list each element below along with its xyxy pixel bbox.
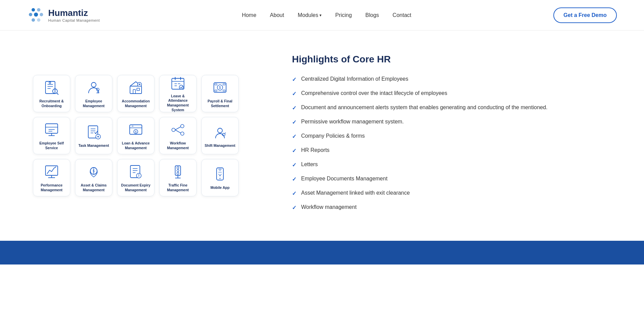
svg-point-6 [37, 18, 40, 22]
module-payroll[interactable]: $ Payroll & Final Settlement [201, 75, 239, 112]
check-icon: ✓ [292, 118, 296, 126]
navbar: Humantiz Human Capital Management Home A… [0, 0, 644, 31]
svg-point-62 [218, 128, 222, 133]
svg-point-13 [49, 82, 51, 84]
logo-text: Humantiz Human Capital Management [48, 8, 100, 22]
logo-icon [27, 6, 45, 24]
module-workflow[interactable]: Workflow Management [159, 117, 197, 154]
payroll-label: Payroll & Final Settlement [204, 99, 236, 108]
leave-label: Leave & Attendance Management System [162, 94, 194, 113]
payroll-icon: $ [211, 79, 228, 96]
highlight-item: ✓Company Policies & forms [292, 132, 617, 141]
check-icon: ✓ [292, 161, 296, 169]
check-icon: ✓ [292, 90, 296, 98]
document-expiry-icon [127, 163, 144, 180]
self-service-icon [43, 121, 60, 138]
workflow-label: Workflow Management [162, 141, 194, 150]
highlight-item: ✓Employee Documents Management [292, 175, 617, 183]
svg-rect-78 [175, 166, 181, 175]
modules-grid: Recruitment & Onboarding Employee Manage… [33, 75, 239, 196]
highlight-text: Asset Management linked with exit cleara… [301, 189, 410, 197]
check-icon: ✓ [292, 204, 296, 212]
module-accommodation[interactable]: Accommodation Management [117, 75, 154, 112]
svg-point-58 [181, 124, 184, 128]
module-leave[interactable]: Leave & Attendance Management System [159, 75, 197, 112]
task-label: Task Management [78, 143, 109, 148]
nav-pricing[interactable]: Pricing [335, 12, 352, 18]
check-icon: ✓ [292, 147, 296, 155]
highlight-text: Document and announcement alerts system … [301, 103, 548, 112]
shift-icon [211, 124, 228, 141]
nav-modules[interactable]: Modules ▾ [298, 12, 321, 18]
svg-rect-20 [137, 88, 140, 91]
svg-point-0 [32, 8, 35, 12]
recruitment-label: Recruitment & Onboarding [35, 99, 68, 108]
svg-rect-39 [45, 124, 58, 133]
right-panel: Highlights of Core HR ✓Centralized Digit… [272, 31, 644, 241]
highlight-text: Employee Documents Management [301, 175, 387, 183]
accommodation-label: Accommodation Management [119, 99, 152, 108]
module-asset-claims[interactable]: $ Asset & Claims Management [75, 159, 112, 196]
module-employee[interactable]: Employee Management [75, 75, 112, 112]
svg-text:$: $ [135, 130, 137, 134]
module-traffic[interactable]: Traffic Fine Management [159, 159, 197, 196]
highlight-item: ✓HR Reports [292, 146, 617, 155]
accommodation-icon [127, 79, 144, 96]
task-icon [85, 124, 102, 141]
logo-area[interactable]: Humantiz Human Capital Management [27, 6, 100, 24]
module-recruitment[interactable]: Recruitment & Onboarding [33, 75, 70, 112]
highlight-text: Workflow management [301, 203, 356, 211]
left-panel: Recruitment & Onboarding Employee Manage… [0, 31, 272, 241]
main-section: Recruitment & Onboarding Employee Manage… [0, 31, 644, 241]
footer-band [0, 241, 644, 264]
svg-rect-18 [130, 86, 142, 94]
cta-button[interactable]: Get a Free Demo [553, 7, 617, 23]
chevron-down-icon: ▾ [319, 13, 321, 18]
module-document-expiry[interactable]: Document Expiry Management [117, 159, 154, 196]
svg-point-31 [179, 85, 183, 89]
svg-point-4 [40, 13, 43, 16]
highlight-item: ✓Permissive workflow management system. [292, 118, 617, 126]
traffic-label: Traffic Fine Management [162, 183, 194, 192]
svg-rect-19 [133, 90, 135, 94]
highlights-list: ✓Centralized Digital Information of Empl… [292, 75, 617, 217]
svg-point-59 [181, 132, 184, 135]
check-icon: ✓ [292, 104, 296, 112]
module-task[interactable]: Task Management [75, 117, 112, 154]
module-mobile[interactable]: Mobile App [201, 159, 239, 196]
traffic-icon [169, 163, 186, 180]
highlight-text: Comprehensive control over the intact li… [301, 89, 447, 97]
brand-name: Humantiz [48, 8, 100, 18]
svg-rect-7 [45, 81, 55, 94]
highlight-item: ✓Asset Management linked with exit clear… [292, 189, 617, 198]
recruitment-icon [43, 79, 60, 96]
asset-claims-icon: $ [85, 163, 102, 180]
document-expiry-label: Document Expiry Management [119, 183, 152, 192]
svg-point-1 [37, 8, 40, 12]
workflow-icon [169, 121, 186, 138]
module-performance[interactable]: Performance Management [33, 159, 70, 196]
svg-point-5 [32, 18, 35, 22]
shift-label: Shift Management [205, 143, 235, 148]
highlight-item: ✓Letters [292, 160, 617, 169]
check-icon: ✓ [292, 76, 296, 84]
highlight-text: Letters [301, 160, 318, 169]
self-service-label: Employee Self Service [35, 141, 68, 150]
module-self-service[interactable]: Employee Self Service [33, 117, 70, 154]
employee-label: Employee Management [77, 99, 110, 108]
svg-point-3 [34, 13, 38, 17]
module-shift[interactable]: Shift Management [201, 117, 239, 154]
svg-rect-37 [215, 90, 217, 91]
nav-blogs[interactable]: Blogs [365, 12, 379, 18]
svg-point-80 [177, 170, 179, 172]
brand-sub: Human Capital Management [48, 18, 100, 22]
nav-about[interactable]: About [270, 12, 284, 18]
svg-point-57 [172, 128, 175, 132]
svg-line-60 [175, 127, 181, 130]
nav-contact[interactable]: Contact [392, 12, 411, 18]
performance-icon [43, 163, 60, 180]
svg-line-64 [225, 133, 226, 134]
highlight-item: ✓Document and announcement alerts system… [292, 103, 617, 112]
module-loan[interactable]: $ Loan & Advance Management [117, 117, 154, 154]
nav-home[interactable]: Home [242, 12, 256, 18]
